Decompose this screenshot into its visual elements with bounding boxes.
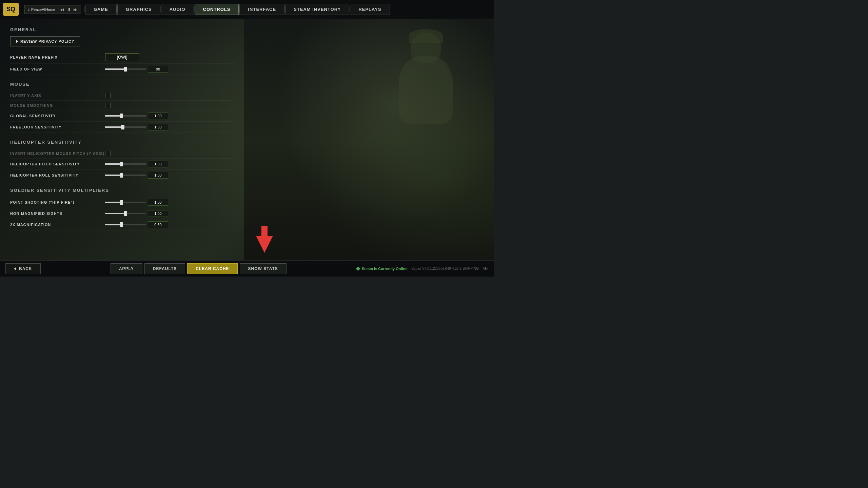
main-nav-tabs: GAME GRAPHICS AUDIO CONTROLS INTERFACE S… xyxy=(85,4,390,15)
invert-helicopter-pitch-control xyxy=(105,151,111,156)
tab-interface[interactable]: INTERFACE xyxy=(239,4,284,15)
mouse-smoothing-row: MOUSE SMOOTHING xyxy=(10,101,234,110)
bottom-center-actions: APPLY DEFAULTS CLEAR CACHE SHOW STATS xyxy=(111,263,287,274)
helicopter-pitch-sensitivity-value: 1.00 xyxy=(148,161,168,167)
freelook-sensitivity-row: FREELOOK SENSITIVITY 1.00 xyxy=(10,122,234,133)
helicopter-section-header: HELICOPTER SENSITIVITY xyxy=(10,140,234,145)
tab-game[interactable]: GAME xyxy=(85,4,117,15)
mouse-smoothing-checkbox[interactable] xyxy=(105,103,111,108)
player-name-prefix-label: PLAYER NAME PREFIX xyxy=(10,55,105,59)
tab-steam-inventory[interactable]: STEAM INVENTORY xyxy=(285,4,349,15)
freelook-sensitivity-label: FREELOOK SENSITIVITY xyxy=(10,125,105,129)
invert-helicopter-pitch-row: INVERT HELICOPTER MOUSE PITCH (Y-AXIS) xyxy=(10,149,234,159)
soldier-section-header: SOLDIER SENSITIVITY MULTIPLIERS xyxy=(10,188,234,193)
non-magnified-sights-label: NON-MAGNIFIED SIGHTS xyxy=(10,211,105,216)
global-sensitivity-slider[interactable] xyxy=(105,115,146,117)
point-shooting-slider[interactable] xyxy=(105,202,146,203)
music-controls[interactable]: ⏮ ⏸ ⏭ xyxy=(60,7,78,12)
point-shooting-control: 1.00 xyxy=(105,199,168,206)
field-of-view-slider[interactable] xyxy=(105,68,146,70)
magnification-2x-slider[interactable] xyxy=(105,224,146,225)
helicopter-roll-sensitivity-row: HELICOPTER ROLL SENSITIVITY 1.00 xyxy=(10,170,234,181)
steam-online-indicator xyxy=(356,267,360,270)
non-magnified-sights-slider[interactable] xyxy=(105,213,146,214)
steam-status: Steam is Currently Online xyxy=(356,267,407,271)
top-navigation-bar: SQ ♪ PeaceAtHome ⏮ ⏸ ⏭ GAME GRAPHICS AUD… xyxy=(0,0,494,19)
squad-logo: SQ xyxy=(3,3,19,16)
settings-panel: GENERAL REVIEW PRIVACY POLICY PLAYER NAM… xyxy=(0,19,244,260)
freelook-sensitivity-slider[interactable] xyxy=(105,126,146,128)
music-player: ♪ PeaceAtHome ⏮ ⏸ ⏭ xyxy=(24,5,81,14)
field-of-view-control: 90 xyxy=(105,66,168,73)
global-sensitivity-value: 1.00 xyxy=(148,113,168,119)
invert-y-axis-checkbox[interactable] xyxy=(105,93,111,98)
freelook-sensitivity-value: 1.00 xyxy=(148,124,168,130)
bottom-left-actions: BACK xyxy=(5,263,41,274)
magnification-2x-control: 0.50 xyxy=(105,221,168,228)
helicopter-roll-sensitivity-value: 1.00 xyxy=(148,172,168,179)
show-stats-button[interactable]: SHOW STATS xyxy=(240,263,287,274)
right-background-panel xyxy=(244,19,494,260)
magnification-2x-row: 2x MAGNIFICATION 0.50 xyxy=(10,219,234,230)
play-pause-button[interactable]: ⏸ xyxy=(66,7,71,12)
mouse-section-header: MOUSE xyxy=(10,82,234,87)
magnification-2x-label: 2x MAGNIFICATION xyxy=(10,223,105,227)
invert-y-axis-row: INVERT Y AXIS xyxy=(10,91,234,101)
point-shooting-value: 1.00 xyxy=(148,199,168,206)
field-of-view-row: FIELD OF VIEW 90 xyxy=(10,64,234,75)
point-shooting-row: POINT SHOOTING ("HIP FIRE") 1.00 xyxy=(10,197,234,208)
clear-cache-button[interactable]: CLEAR CACHE xyxy=(187,263,237,274)
settings-container: GENERAL REVIEW PRIVACY POLICY PLAYER NAM… xyxy=(0,19,494,260)
invert-helicopter-pitch-label: INVERT HELICOPTER MOUSE PITCH (Y-AXIS) xyxy=(10,151,105,156)
soldier-background-art xyxy=(378,29,473,158)
helicopter-roll-sensitivity-control: 1.00 xyxy=(105,172,168,179)
helicopter-pitch-sensitivity-slider[interactable] xyxy=(105,163,146,165)
apply-button[interactable]: APPLY xyxy=(111,263,142,274)
player-name-prefix-input[interactable] xyxy=(105,53,139,61)
non-magnified-sights-value: 1.00 xyxy=(148,210,168,217)
helicopter-roll-sensitivity-slider[interactable] xyxy=(105,175,146,176)
tab-replays[interactable]: REPLAYS xyxy=(350,4,390,15)
non-magnified-sights-row: NON-MAGNIFIED SIGHTS 1.00 xyxy=(10,208,234,219)
magnification-2x-value: 0.50 xyxy=(148,221,168,228)
mouse-smoothing-control xyxy=(105,103,111,108)
invert-y-axis-label: INVERT Y AXIS xyxy=(10,94,105,98)
invert-helicopter-pitch-checkbox[interactable] xyxy=(105,151,111,156)
review-privacy-policy-button[interactable]: REVIEW PRIVACY POLICY xyxy=(10,36,80,46)
global-sensitivity-label: GLOBAL SENSITIVITY xyxy=(10,114,105,118)
back-button[interactable]: BACK xyxy=(5,263,41,274)
tab-audio[interactable]: AUDIO xyxy=(161,4,194,15)
mouse-smoothing-label: MOUSE SMOOTHING xyxy=(10,103,105,107)
helicopter-pitch-sensitivity-row: HELICOPTER PITCH SENSITIVITY 1.00 xyxy=(10,159,234,170)
non-magnified-sights-control: 1.00 xyxy=(105,210,168,217)
helicopter-roll-sensitivity-label: HELICOPTER ROLL SENSITIVITY xyxy=(10,173,105,177)
general-section-header: GENERAL xyxy=(10,27,234,32)
steam-status-text: Steam is Currently Online xyxy=(362,267,407,271)
player-name-prefix-row: PLAYER NAME PREFIX xyxy=(10,51,234,64)
music-note-icon: ♪ xyxy=(27,7,30,12)
player-name-prefix-control xyxy=(105,53,139,61)
version-label: Squad V7.0.1.228536.649-4.27.2-SHIPPING xyxy=(412,267,479,270)
point-shooting-label: POINT SHOOTING ("HIP FIRE") xyxy=(10,200,105,204)
prev-track-button[interactable]: ⏮ xyxy=(60,7,64,12)
music-track-name: PeaceAtHome xyxy=(31,7,58,12)
global-sensitivity-control: 1.00 xyxy=(105,113,168,119)
field-of-view-value: 90 xyxy=(148,66,168,73)
next-track-button[interactable]: ⏭ xyxy=(73,7,78,12)
global-sensitivity-row: GLOBAL SENSITIVITY 1.00 xyxy=(10,110,234,122)
tab-controls[interactable]: CONTROLS xyxy=(195,4,239,15)
bottom-action-bar: BACK APPLY DEFAULTS CLEAR CACHE SHOW STA… xyxy=(0,260,494,277)
tab-graphics[interactable]: GRAPHICS xyxy=(117,4,160,15)
freelook-sensitivity-control: 1.00 xyxy=(105,124,168,130)
defaults-button[interactable]: DEFAULTS xyxy=(144,263,185,274)
helicopter-pitch-sensitivity-label: HELICOPTER PITCH SENSITIVITY xyxy=(10,162,105,166)
visibility-toggle-icon[interactable]: 👁 xyxy=(483,266,488,272)
field-of-view-label: FIELD OF VIEW xyxy=(10,67,105,71)
helicopter-pitch-sensitivity-control: 1.00 xyxy=(105,161,168,167)
invert-y-axis-control xyxy=(105,93,111,98)
logo-area: SQ xyxy=(3,3,19,16)
bottom-right-status: Steam is Currently Online Squad V7.0.1.2… xyxy=(356,266,488,272)
